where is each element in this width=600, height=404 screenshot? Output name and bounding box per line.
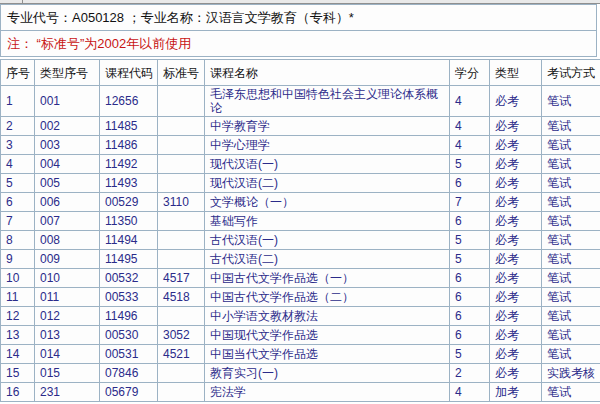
cell: 00532: [100, 269, 158, 288]
cell: 必考: [490, 212, 542, 231]
cell: 文学概论（一）: [205, 193, 450, 212]
column-header-4: 课程名称: [205, 60, 450, 86]
cell: 笔试: [542, 288, 600, 307]
header-row: 序号类型序号课程代码标准号课程名称学分类型考试方式: [1, 60, 600, 86]
cell: [158, 174, 205, 193]
column-header-2: 课程代码: [100, 60, 158, 86]
cell: 16: [1, 383, 35, 402]
cell: 必考: [490, 326, 542, 345]
cell: 012: [35, 307, 100, 326]
column-header-1: 类型序号: [35, 60, 100, 86]
cell: 00531: [100, 345, 158, 364]
cell: 12: [1, 307, 35, 326]
table-row: 300311486中学心理学4必考笔试: [1, 136, 600, 155]
cell: 实践考核: [542, 364, 600, 383]
cell: 必考: [490, 174, 542, 193]
cell: 笔试: [542, 174, 600, 193]
cell: 必考: [490, 86, 542, 117]
cell: 002: [35, 117, 100, 136]
table-row: 1201211496中小学语文教材教法6必考笔试: [1, 307, 600, 326]
cell: [158, 212, 205, 231]
cell: 4: [450, 383, 490, 402]
cell: 笔试: [542, 212, 600, 231]
cell: 9: [1, 250, 35, 269]
table-row: 10010005324517中国古代文学作品选（一）6必考笔试: [1, 269, 600, 288]
cell: 必考: [490, 364, 542, 383]
cell: 6: [450, 174, 490, 193]
column-header-6: 类型: [490, 60, 542, 86]
cell: 12656: [100, 86, 158, 117]
cell: 必考: [490, 345, 542, 364]
cell: 11486: [100, 136, 158, 155]
cell: 3: [1, 136, 35, 155]
cell: 6: [450, 269, 490, 288]
cell: 05679: [100, 383, 158, 402]
cell: 014: [35, 345, 100, 364]
cell: 00530: [100, 326, 158, 345]
cell: 009: [35, 250, 100, 269]
cell: 15: [1, 364, 35, 383]
cell: 5: [450, 231, 490, 250]
cell: 005: [35, 174, 100, 193]
cell: 教育实习(一): [205, 364, 450, 383]
cell: 4: [450, 86, 490, 117]
table-row: 700711350基础写作6必考笔试: [1, 212, 600, 231]
cell: [158, 155, 205, 174]
cell: 00529: [100, 193, 158, 212]
table-row: 400411492现代汉语(一)5必考笔试: [1, 155, 600, 174]
cell: 笔试: [542, 86, 600, 117]
cell: 中国古代文学作品选（二）: [205, 288, 450, 307]
cell: 013: [35, 326, 100, 345]
cell: 2: [1, 117, 35, 136]
cell: 5: [450, 250, 490, 269]
cell: 现代汉语(二): [205, 174, 450, 193]
column-header-3: 标准号: [158, 60, 205, 86]
cell: 笔试: [542, 231, 600, 250]
program-title-bar: 专业代号：A050128 ；专业名称：汉语言文学教育（专科）*: [1, 5, 596, 31]
course-plan-page: 专业代号：A050128 ；专业名称：汉语言文学教育（专科）* 注： “标准号”…: [0, 0, 600, 404]
fragment-cell-divider: [22, 0, 23, 3]
cell: 5: [450, 345, 490, 364]
table-row: 900911495古代汉语(二)5必考笔试: [1, 250, 600, 269]
standard-number-note: 注： “标准号”为2002年以前使用: [1, 31, 596, 56]
cell: 010: [35, 269, 100, 288]
program-info-box: 专业代号：A050128 ；专业名称：汉语言文学教育（专科）* 注： “标准号”…: [0, 4, 597, 57]
cell: 必考: [490, 136, 542, 155]
cell: 4521: [158, 345, 205, 364]
cell: 2: [450, 364, 490, 383]
column-header-0: 序号: [1, 60, 35, 86]
cell: 7: [1, 212, 35, 231]
column-header-5: 学分: [450, 60, 490, 86]
course-table-body: 100112656毛泽东思想和中国特色社会主义理论体系概论4必考笔试200211…: [1, 86, 600, 402]
cell: [158, 231, 205, 250]
cell: 现代汉语(一): [205, 155, 450, 174]
cell: 001: [35, 86, 100, 117]
cell: 中学心理学: [205, 136, 450, 155]
cell: 4517: [158, 269, 205, 288]
cell: [158, 136, 205, 155]
cell: 3110: [158, 193, 205, 212]
cell: 231: [35, 383, 100, 402]
cell: 8: [1, 231, 35, 250]
course-table: 序号类型序号课程代码标准号课程名称学分类型考试方式 100112656毛泽东思想…: [0, 59, 600, 402]
cell: 7: [450, 193, 490, 212]
cell: 基础写作: [205, 212, 450, 231]
cell: 11496: [100, 307, 158, 326]
cell: 11492: [100, 155, 158, 174]
cell: 11494: [100, 231, 158, 250]
cell: 14: [1, 345, 35, 364]
table-row: 100112656毛泽东思想和中国特色社会主义理论体系概论4必考笔试: [1, 86, 600, 117]
cell: 10: [1, 269, 35, 288]
cell: 笔试: [542, 326, 600, 345]
cell: 13: [1, 326, 35, 345]
cell: 004: [35, 155, 100, 174]
cell: 笔试: [542, 383, 600, 402]
table-row: 800811494古代汉语(一)5必考笔试: [1, 231, 600, 250]
cell: 笔试: [542, 136, 600, 155]
cell: 11350: [100, 212, 158, 231]
cell: 5: [1, 174, 35, 193]
cell: [158, 117, 205, 136]
cell: 00533: [100, 288, 158, 307]
cell: 笔试: [542, 269, 600, 288]
cell: 中小学语文教材教法: [205, 307, 450, 326]
